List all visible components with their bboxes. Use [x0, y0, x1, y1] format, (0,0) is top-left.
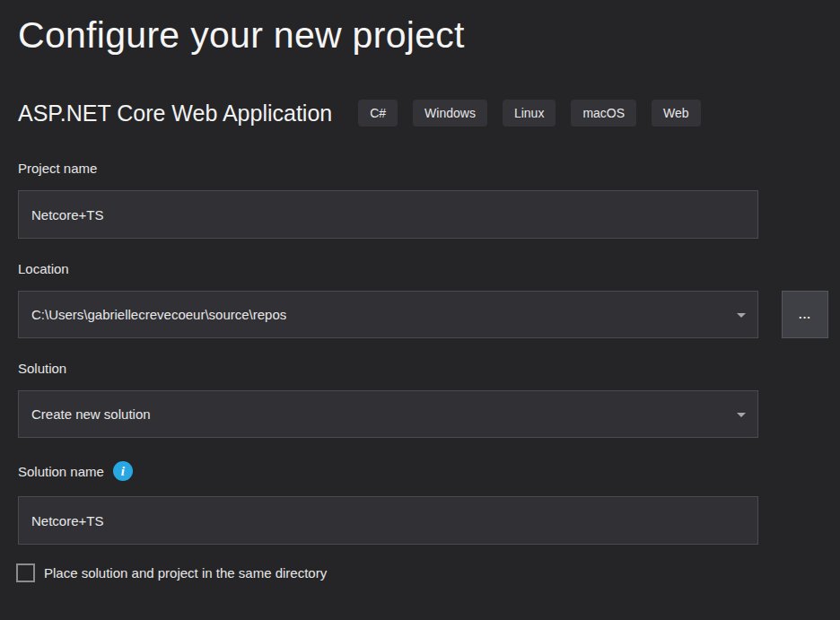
chevron-down-icon: [737, 313, 746, 318]
tag-macos: macOS: [571, 100, 636, 127]
location-label: Location: [18, 260, 840, 276]
tag-linux: Linux: [503, 100, 556, 127]
solution-name-row: Solution name i: [18, 461, 840, 481]
browse-button[interactable]: ...: [782, 291, 828, 338]
template-name: ASP.NET Core Web Application: [18, 100, 332, 127]
template-info-row: ASP.NET Core Web Application C# Windows …: [18, 100, 840, 127]
project-name-input[interactable]: [18, 190, 758, 239]
info-icon[interactable]: i: [113, 461, 133, 481]
page-title: Configure your new project: [18, 0, 840, 61]
tag-windows: Windows: [413, 100, 487, 127]
solution-name-label: Solution name: [18, 463, 104, 479]
tag-web: Web: [652, 100, 701, 127]
solution-value: Create new solution: [31, 406, 151, 422]
same-directory-row: Place solution and project in the same d…: [18, 563, 840, 582]
location-combobox[interactable]: C:\Users\gabriellecrevecoeur\source\repo…: [18, 291, 758, 338]
project-name-label: Project name: [18, 160, 840, 176]
solution-row: Create new solution: [18, 390, 840, 438]
solution-label: Solution: [18, 360, 840, 376]
same-directory-checkbox[interactable]: [16, 563, 35, 582]
solution-combobox[interactable]: Create new solution: [18, 390, 758, 438]
tag-csharp: C#: [358, 100, 398, 127]
same-directory-label[interactable]: Place solution and project in the same d…: [44, 565, 327, 581]
configure-project-page: Configure your new project ASP.NET Core …: [0, 0, 840, 620]
chevron-down-icon: [737, 413, 746, 417]
location-value: C:\Users\gabriellecrevecoeur\source\repo…: [31, 307, 286, 322]
solution-name-input[interactable]: [18, 496, 758, 545]
location-row: C:\Users\gabriellecrevecoeur\source\repo…: [18, 291, 840, 338]
